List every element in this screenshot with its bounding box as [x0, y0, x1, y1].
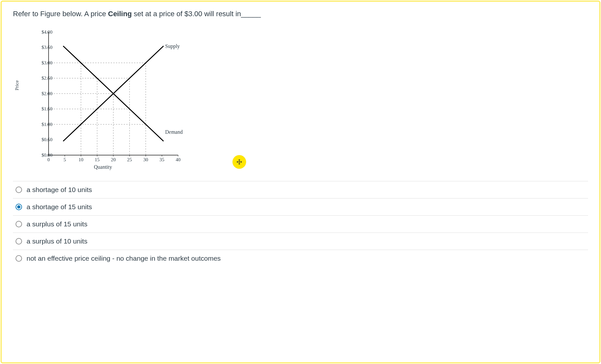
- x-tick: 35: [157, 157, 167, 163]
- y-tick: $3.00: [36, 60, 52, 66]
- option-row[interactable]: a surplus of 10 units: [13, 233, 588, 250]
- y-tick: $0.50: [36, 137, 52, 142]
- x-tick: 30: [141, 157, 151, 163]
- option-label: a shortage of 10 units: [27, 186, 92, 194]
- option-row[interactable]: not an effective price ceiling - no chan…: [13, 250, 588, 267]
- answer-options: a shortage of 10 units a shortage of 15 …: [13, 181, 588, 267]
- question-text: Refer to Figure below. A price Ceiling s…: [13, 9, 588, 19]
- demand-label: Demand: [165, 129, 183, 135]
- radio-icon[interactable]: [16, 221, 22, 227]
- x-tick: 25: [125, 157, 134, 163]
- option-row[interactable]: a shortage of 15 units: [13, 199, 588, 216]
- y-tick: $2.00: [36, 91, 52, 97]
- question-prefix: Refer to Figure below. A price: [13, 10, 108, 18]
- chart-figure: Price: [16, 26, 198, 175]
- question-suffix: set at a price of $3.00 will result in__…: [132, 10, 261, 18]
- x-tick: 40: [173, 157, 183, 163]
- x-tick: 5: [60, 157, 70, 163]
- y-tick: $4.00: [36, 29, 52, 35]
- question-container: Refer to Figure below. A price Ceiling s…: [0, 0, 601, 270]
- radio-icon[interactable]: [16, 204, 22, 210]
- radio-icon[interactable]: [16, 187, 22, 193]
- x-tick: 15: [92, 157, 102, 163]
- x-tick: 10: [76, 157, 86, 163]
- option-label: a surplus of 15 units: [27, 220, 87, 228]
- supply-label: Supply: [165, 43, 180, 49]
- option-row[interactable]: a shortage of 10 units: [13, 181, 588, 199]
- x-tick: 20: [108, 157, 118, 163]
- option-label: a shortage of 15 units: [27, 203, 92, 211]
- y-tick: $2.50: [36, 75, 52, 81]
- y-tick: $1.50: [36, 106, 52, 112]
- radio-icon[interactable]: [16, 238, 22, 245]
- option-label: a surplus of 10 units: [27, 237, 87, 245]
- question-bold: Ceiling: [108, 10, 132, 18]
- option-label: not an effective price ceiling - no chan…: [27, 255, 221, 262]
- x-axis-label: Quantity: [94, 164, 112, 170]
- y-tick: $1.00: [36, 122, 52, 127]
- y-tick: $3.50: [36, 45, 52, 50]
- radio-icon[interactable]: [16, 255, 22, 262]
- move-cursor-icon: [232, 155, 246, 169]
- x-tick: 0: [44, 157, 53, 163]
- option-row[interactable]: a surplus of 15 units: [13, 216, 588, 233]
